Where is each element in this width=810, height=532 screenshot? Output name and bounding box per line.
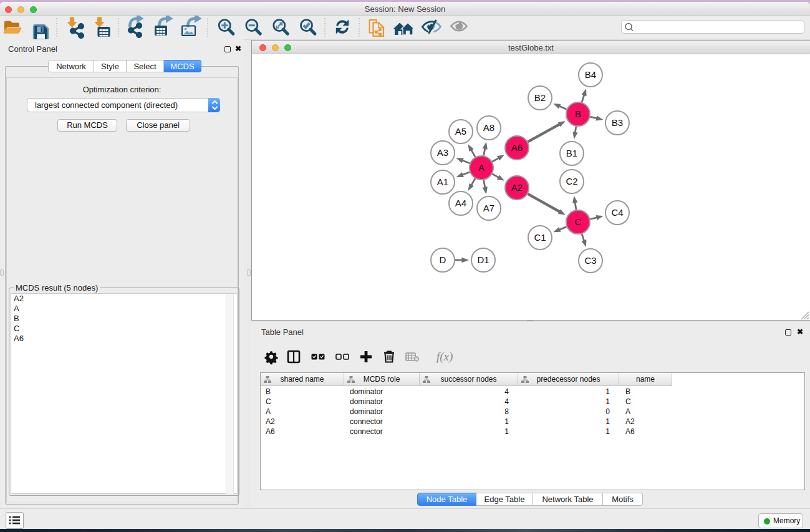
svg-text:A4: A4 xyxy=(455,198,466,208)
svg-text:A8: A8 xyxy=(483,122,494,133)
svg-text:A1: A1 xyxy=(437,177,448,187)
svg-text:C1: C1 xyxy=(534,232,546,243)
svg-text:f(x): f(x) xyxy=(436,350,453,364)
svg-text:D: D xyxy=(440,254,446,265)
svg-text:A6: A6 xyxy=(511,142,523,153)
svg-text:A: A xyxy=(478,162,485,173)
svg-text:C3: C3 xyxy=(584,255,596,266)
svg-text:C: C xyxy=(575,216,582,227)
svg-text:B2: B2 xyxy=(534,92,546,103)
svg-text:B4: B4 xyxy=(585,69,596,80)
svg-text:C2: C2 xyxy=(566,176,577,186)
svg-text:B1: B1 xyxy=(566,148,577,158)
svg-text:B3: B3 xyxy=(612,117,623,128)
svg-text:A3: A3 xyxy=(437,147,448,158)
svg-text:B: B xyxy=(575,109,581,119)
svg-text:A5: A5 xyxy=(455,126,466,137)
svg-text:A2: A2 xyxy=(511,182,523,193)
svg-text:C4: C4 xyxy=(611,207,623,218)
svg-text:D1: D1 xyxy=(477,254,489,265)
svg-text:A7: A7 xyxy=(483,203,494,213)
